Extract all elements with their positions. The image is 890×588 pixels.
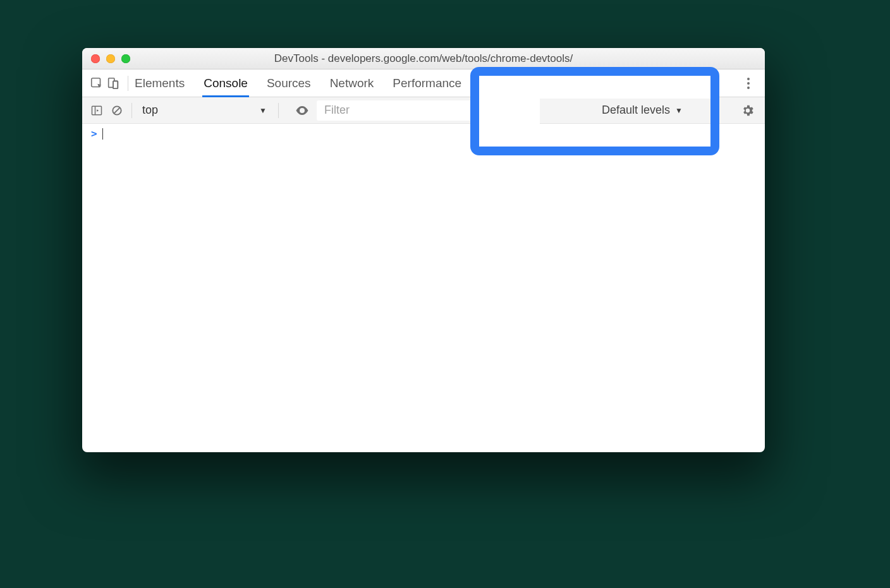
- window-maximize-button[interactable]: [121, 54, 130, 63]
- device-toolbar-icon[interactable]: [105, 75, 121, 92]
- live-expression-icon[interactable]: [294, 102, 310, 119]
- execution-context-selector[interactable]: top ▼: [142, 104, 267, 117]
- window-minimize-button[interactable]: [106, 54, 115, 63]
- highlight-mask: [479, 124, 712, 152]
- svg-point-11: [301, 109, 303, 112]
- tab-network[interactable]: Network: [330, 69, 374, 97]
- console-toolbar: top ▼ Default levels ▼: [82, 97, 765, 124]
- separator: [128, 76, 128, 91]
- highlight-mask: [479, 76, 712, 99]
- svg-point-6: [747, 87, 750, 89]
- tab-performance[interactable]: Performance: [393, 69, 461, 97]
- inspect-element-icon[interactable]: [88, 75, 105, 92]
- window-titlebar: DevTools - developers.google.com/web/too…: [82, 48, 765, 69]
- dropdown-triangle-icon: ▼: [675, 106, 683, 115]
- tab-sources[interactable]: Sources: [267, 69, 311, 97]
- clear-console-icon[interactable]: [109, 102, 125, 119]
- log-levels-label: Default levels: [602, 104, 670, 117]
- toggle-console-sidebar-icon[interactable]: [88, 102, 105, 119]
- tab-elements[interactable]: Elements: [135, 69, 185, 97]
- filter-field[interactable]: [317, 100, 479, 121]
- svg-rect-2: [113, 81, 118, 88]
- highlight-mask: [479, 97, 540, 124]
- svg-line-10: [114, 107, 119, 112]
- window-close-button[interactable]: [91, 54, 100, 63]
- filter-input[interactable]: [323, 103, 472, 117]
- console-settings-icon[interactable]: [740, 102, 756, 119]
- svg-point-5: [747, 82, 750, 85]
- dropdown-triangle-icon: ▼: [259, 106, 267, 115]
- separator: [278, 103, 279, 118]
- tab-console[interactable]: Console: [204, 69, 248, 97]
- window-title: DevTools - developers.google.com/web/too…: [82, 52, 765, 65]
- more-options-icon[interactable]: [742, 75, 759, 92]
- prompt-chevron-icon: >: [91, 128, 97, 140]
- context-label: top: [142, 104, 158, 117]
- window-controls: [82, 54, 130, 63]
- devtools-window: DevTools - developers.google.com/web/too…: [82, 48, 765, 452]
- svg-point-4: [747, 78, 750, 80]
- log-levels-dropdown[interactable]: Default levels ▼: [602, 104, 759, 117]
- separator: [131, 103, 132, 118]
- text-cursor: [102, 128, 103, 140]
